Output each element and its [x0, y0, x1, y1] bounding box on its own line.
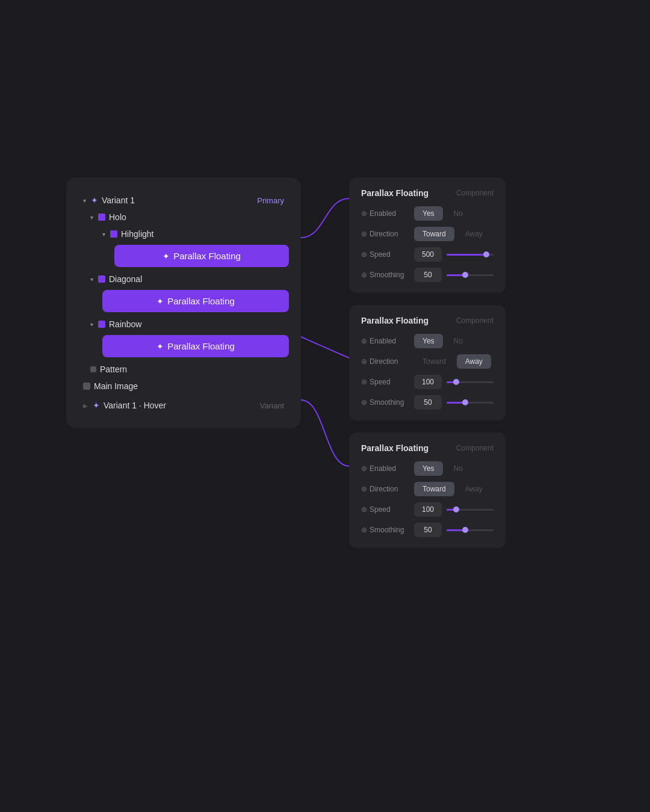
layer-label: Holo: [109, 212, 126, 222]
slider-thumb[interactable]: [462, 272, 468, 278]
slider-track: [447, 509, 494, 511]
prop-panel-3-header: Parallax Floating Component: [361, 443, 494, 453]
rect-icon: [83, 383, 90, 390]
prop-row-direction-2: ⊕ Direction Toward Away: [361, 354, 494, 369]
btn-away-1[interactable]: Away: [457, 227, 491, 241]
prop-panel-2-header: Parallax Floating Component: [361, 316, 494, 325]
btn-group-enabled-1: Yes No: [414, 206, 471, 221]
speed-slider-3[interactable]: [447, 509, 494, 511]
btn-group-direction-2: Toward Away: [414, 354, 491, 369]
slider-thumb[interactable]: [453, 379, 459, 385]
slider-thumb[interactable]: [462, 399, 468, 405]
prop-row-direction-3: ⊕ Direction Toward Away: [361, 482, 494, 496]
speed-slider-2[interactable]: [447, 381, 494, 383]
prop-label-speed-2: ⊕ Speed: [361, 378, 409, 386]
slider-track: [447, 381, 494, 383]
layer-label: Variant 1: [102, 195, 135, 205]
btn-group-enabled-2: Yes No: [414, 334, 471, 348]
component-icon: ✦: [91, 195, 98, 205]
layer-item-parallax3[interactable]: ✦ Parallax Floating: [102, 335, 289, 357]
arrow-icon: ▾: [90, 214, 93, 221]
speed-value-3[interactable]: 100: [414, 502, 442, 517]
layer-item-parallax1[interactable]: ✦ Parallax Floating: [114, 245, 289, 267]
arrow-icon: ▾: [90, 276, 93, 283]
plus-icon: ⊕: [361, 209, 367, 218]
prop-panel-2-title: Parallax Floating: [361, 316, 429, 325]
speed-slider-1[interactable]: [447, 254, 494, 256]
layer-item-rainbow[interactable]: ▾ Rainbow: [78, 316, 289, 333]
smoothing-slider-1[interactable]: [447, 274, 494, 276]
layer-item-diagonal[interactable]: ▾ Diagonal: [78, 271, 289, 288]
prop-label-smoothing-3: ⊕ Smoothing: [361, 526, 409, 534]
plus-icon: ⊕: [361, 357, 367, 366]
smoothing-value-3[interactable]: 50: [414, 523, 442, 537]
btn-toward-3[interactable]: Toward: [414, 482, 454, 496]
arrow-icon: ▾: [102, 231, 105, 238]
layer-item-variant1hover[interactable]: ▶ ✦ Variant 1 · Hover Variant: [78, 397, 289, 414]
btn-group-direction-1: Toward Away: [414, 227, 491, 241]
prop-label-enabled-2: ⊕ Enabled: [361, 337, 409, 345]
layer-label: Rainbow: [109, 319, 141, 329]
prop-row-speed-2: ⊕ Speed 100: [361, 375, 494, 389]
layer-panel: ▾ ✦ Variant 1 Primary ▾ Holo ▾ Hihglight…: [66, 177, 301, 428]
smoothing-value-2[interactable]: 50: [414, 395, 442, 410]
speed-value-1[interactable]: 500: [414, 247, 442, 262]
layer-label: Hihglight: [121, 229, 153, 239]
btn-away-2[interactable]: Away: [457, 354, 491, 369]
layer-item-mainimage[interactable]: Main Image: [78, 378, 289, 395]
layer-item-holo[interactable]: ▾ Holo: [78, 209, 289, 226]
layer-item-highlight[interactable]: ▾ Hihglight: [78, 226, 289, 242]
layer-item-variant1[interactable]: ▾ ✦ Variant 1 Primary: [78, 192, 289, 209]
btn-away-3[interactable]: Away: [457, 482, 491, 496]
component-icon: ✦: [156, 297, 164, 306]
btn-yes-1[interactable]: Yes: [414, 206, 443, 221]
rect-icon: [98, 275, 105, 283]
prop-panel-1-title: Parallax Floating: [361, 188, 429, 198]
slider-track: [447, 529, 494, 531]
slider-track: [447, 402, 494, 404]
plus-icon: ⊕: [361, 230, 367, 238]
prop-label-speed-1: ⊕ Speed: [361, 250, 409, 259]
prop-label-enabled-1: ⊕ Enabled: [361, 209, 409, 218]
layer-label: Parallax Floating: [167, 341, 235, 351]
layer-item-pattern[interactable]: Pattern: [78, 361, 289, 378]
layer-item-parallax2[interactable]: ✦ Parallax Floating: [102, 290, 289, 312]
smoothing-slider-3[interactable]: [447, 529, 494, 531]
plus-icon: ⊕: [361, 378, 367, 386]
btn-toward-2[interactable]: Toward: [414, 354, 454, 369]
component-icon: ✦: [162, 251, 170, 261]
smoothing-slider-2[interactable]: [447, 402, 494, 404]
plus-icon: ⊕: [361, 485, 367, 493]
smoothing-value-1[interactable]: 50: [414, 268, 442, 282]
prop-row-enabled-1: ⊕ Enabled Yes No: [361, 206, 494, 221]
slider-fill: [447, 254, 486, 256]
prop-panel-2-type: Component: [456, 316, 494, 325]
plus-icon: ⊕: [361, 337, 367, 345]
prop-panel-3-title: Parallax Floating: [361, 443, 429, 453]
btn-no-1[interactable]: No: [445, 206, 471, 221]
btn-no-3[interactable]: No: [445, 461, 471, 476]
btn-toward-1[interactable]: Toward: [414, 227, 454, 241]
slider-thumb[interactable]: [462, 527, 468, 533]
plus-icon: ⊕: [361, 271, 367, 279]
layer-label: Diagonal: [109, 274, 142, 284]
slider-track: [447, 254, 494, 256]
prop-panel-2: Parallax Floating Component ⊕ Enabled Ye…: [349, 305, 506, 420]
svg-line-0: [301, 337, 349, 358]
prop-row-enabled-2: ⊕ Enabled Yes No: [361, 334, 494, 348]
speed-value-2[interactable]: 100: [414, 375, 442, 389]
plus-icon: ⊕: [361, 505, 367, 514]
slider-thumb[interactable]: [453, 506, 459, 512]
prop-row-direction-1: ⊕ Direction Toward Away: [361, 227, 494, 241]
plus-icon: ⊕: [361, 526, 367, 534]
prop-row-speed-1: ⊕ Speed 500: [361, 247, 494, 262]
prop-panel-1: Parallax Floating Component ⊕ Enabled Ye…: [349, 177, 506, 293]
prop-label-smoothing-1: ⊕ Smoothing: [361, 271, 409, 279]
prop-label-smoothing-2: ⊕ Smoothing: [361, 398, 409, 407]
prop-row-smoothing-1: ⊕ Smoothing 50: [361, 268, 494, 282]
btn-yes-2[interactable]: Yes: [414, 334, 443, 348]
btn-yes-3[interactable]: Yes: [414, 461, 443, 476]
slider-thumb[interactable]: [483, 251, 489, 257]
prop-panel-1-type: Component: [456, 189, 494, 197]
btn-no-2[interactable]: No: [445, 334, 471, 348]
